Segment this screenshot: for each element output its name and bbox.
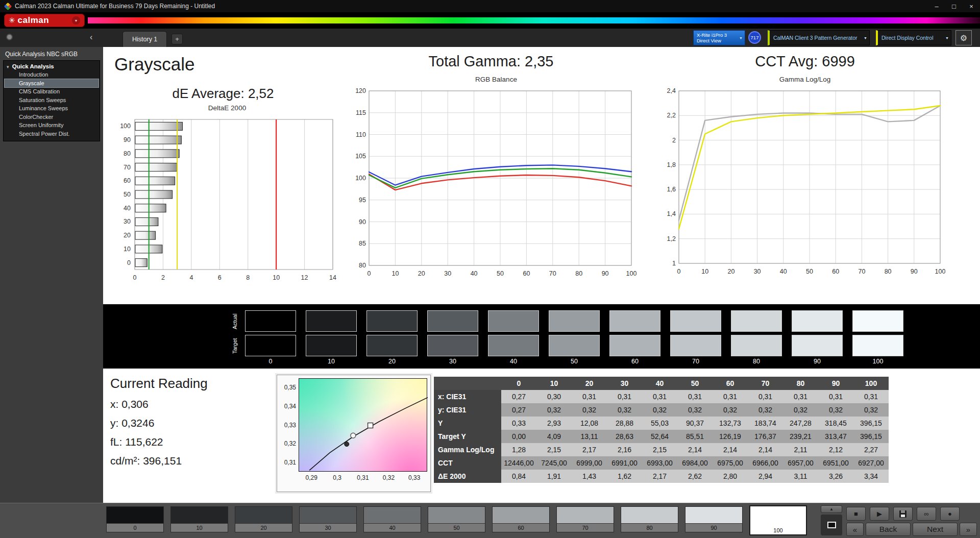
stop-button[interactable]: ■ (846, 507, 866, 521)
pattern-level-10[interactable]: 10 (170, 506, 228, 532)
svg-text:40: 40 (780, 268, 787, 275)
sidebar-item-quick-analysis[interactable]: ▾ Quick Analysis (5, 62, 99, 70)
cie-x-labels: 0,290,30,310,320,33 (299, 473, 427, 482)
sidebar-collapse-button[interactable]: ‹ (90, 32, 92, 43)
svg-text:60: 60 (124, 177, 131, 184)
table-cell: 6991,00 (607, 456, 642, 470)
table-cell: 0,32 (783, 403, 818, 417)
add-tab-button[interactable]: + (172, 34, 183, 44)
table-cell: 247,28 (783, 417, 818, 430)
target-swatch-60 (609, 335, 660, 356)
table-cell: 6966,00 (748, 456, 783, 470)
display-control-dropdown-button[interactable]: Direct Display Control ▼ (876, 30, 951, 45)
sidebar-item-cms-calibration[interactable]: CMS Calibration (5, 87, 99, 96)
pattern-generator-dropdown-button[interactable]: CalMAN Client 3 Pattern Generator ▼ (768, 30, 870, 45)
sidebar-item-screen-uniformity[interactable]: Screen Uniformity (5, 121, 99, 130)
svg-text:0: 0 (133, 274, 137, 281)
meter-dropdown-button[interactable]: X-Rite i1Pro 3 Direct View ▼ (693, 30, 745, 45)
target-swatch-40 (488, 335, 539, 356)
table-row: Y0,332,9312,0828,8855,0390,37132,73183,7… (434, 417, 889, 430)
svg-text:8: 8 (246, 274, 250, 281)
pattern-window-button[interactable] (821, 515, 842, 535)
svg-text:4: 4 (189, 274, 193, 281)
pattern-level-80[interactable]: 80 (621, 506, 678, 532)
back-button[interactable]: Back (866, 523, 911, 536)
table-cell: 2,62 (677, 470, 713, 483)
pattern-level-30[interactable]: 30 (299, 506, 357, 532)
pattern-level-90[interactable]: 90 (685, 506, 743, 532)
pattern-level-20[interactable]: 20 (235, 506, 292, 532)
record-button[interactable]: ● (940, 507, 960, 521)
svg-text:80: 80 (124, 150, 131, 157)
cct-avg-readout: CCT Avg: 6999 (652, 53, 958, 70)
svg-text:115: 115 (356, 109, 366, 116)
actual-swatch-10 (306, 310, 357, 332)
svg-text:1,2: 1,2 (667, 235, 676, 242)
sidebar-item-introduction[interactable]: Introduction (5, 70, 99, 79)
expand-controls-button[interactable]: ▲ (821, 505, 842, 513)
continuous-read-button[interactable]: ∞ (917, 507, 936, 521)
grayscale-swatch-strip: Actual Target 0102030405060708090100 (103, 304, 980, 369)
pattern-level-100[interactable]: 100 (749, 505, 807, 535)
maximize-button[interactable]: □ (945, 0, 963, 12)
table-row-label: Gamma Log/Log (434, 443, 501, 456)
reading-fl: fL: 115,622 (110, 436, 208, 448)
table-cell: 176,37 (748, 430, 783, 443)
svg-text:1,4: 1,4 (667, 210, 676, 217)
play-button[interactable]: ▶ (870, 507, 889, 521)
table-row-label: CCT (434, 456, 501, 470)
sidebar-item-luminance-sweeps[interactable]: Luminance Sweeps (5, 104, 99, 113)
status-dot[interactable] (6, 34, 13, 40)
sidebar-item-spectral-power-dist[interactable]: Spectral Power Dist. (5, 130, 99, 138)
cie-x-tick: 0,32 (380, 474, 397, 481)
save-button[interactable] (893, 507, 913, 521)
svg-text:85: 85 (359, 240, 366, 247)
back-skip-button[interactable]: « (846, 523, 864, 536)
tree-root-label: Quick Analysis (12, 63, 54, 69)
tab-history-1[interactable]: History 1 (122, 31, 167, 47)
minimize-button[interactable]: – (928, 0, 945, 12)
next-button[interactable]: Next (913, 523, 958, 536)
sidebar-item-colorchecker[interactable]: ColorChecker (5, 113, 99, 121)
table-cell: 85,51 (677, 430, 713, 443)
table-cell: 6957,00 (783, 456, 818, 470)
table-cell: 55,03 (642, 417, 677, 430)
sidebar: Quick Analysis NBC sRGB ▾ Quick Analysis… (0, 47, 103, 503)
meter-line2: Direct View (697, 38, 721, 43)
pattern-level-0[interactable]: 0 (106, 506, 164, 532)
close-button[interactable]: × (963, 0, 980, 12)
svg-text:60: 60 (523, 270, 530, 277)
pattern-level-swatch (557, 507, 614, 524)
next-skip-button[interactable]: » (960, 523, 977, 536)
calman-menu-button[interactable]: ✳ calman ▼ (4, 14, 85, 27)
settings-button[interactable]: ⚙ (955, 30, 972, 45)
table-row: CCT12446,007245,006999,006991,006993,006… (434, 456, 889, 470)
pattern-level-60[interactable]: 60 (492, 506, 550, 532)
swatch-level-label: 50 (549, 358, 600, 365)
record-icon: ● (948, 510, 952, 518)
actual-swatch-20 (366, 310, 418, 332)
current-reading-panel: Current Reading x: 0,306 y: 0,3246 fL: 1… (110, 376, 208, 467)
brand-bar: ✳ calman ▼ (0, 12, 980, 29)
svg-text:14: 14 (329, 274, 336, 281)
pattern-level-40[interactable]: 40 (363, 506, 421, 532)
table-row-label: Y (434, 417, 501, 430)
svg-text:60: 60 (832, 268, 839, 275)
table-cell: 2,94 (748, 470, 783, 483)
table-cell: 2,17 (642, 470, 677, 483)
pattern-level-50[interactable]: 50 (428, 506, 485, 532)
table-cell: 2,14 (677, 443, 713, 456)
sidebar-item-grayscale[interactable]: Grayscale (5, 79, 99, 88)
pattern-generator-label: CalMAN Client 3 Pattern Generator (770, 35, 862, 41)
table-cell: 318,45 (818, 417, 853, 430)
table-row: Target Y0,004,0913,1128,6352,6485,51126,… (434, 430, 889, 443)
svg-text:90: 90 (911, 268, 918, 275)
svg-text:10: 10 (701, 268, 708, 275)
table-cell: 2,12 (818, 443, 853, 456)
swatch-level-label: 40 (488, 358, 539, 365)
pattern-level-70[interactable]: 70 (556, 506, 614, 532)
sidebar-item-saturation-sweeps[interactable]: Saturation Sweeps (5, 96, 99, 105)
table-cell: 126,19 (713, 430, 748, 443)
svg-text:20: 20 (727, 268, 734, 275)
table-cell: 2,80 (713, 470, 748, 483)
